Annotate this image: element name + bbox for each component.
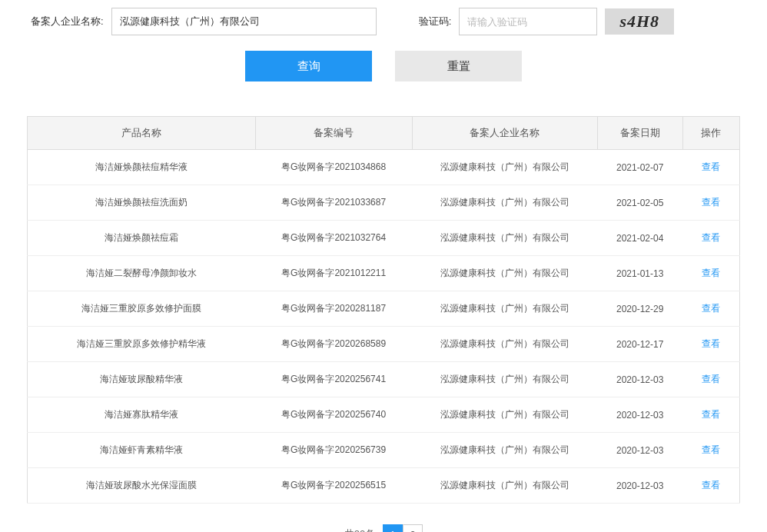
page-button-1[interactable]: 1 (383, 524, 403, 532)
header-date: 备案日期 (597, 117, 682, 150)
cell-company: 泓源健康科技（广州）有限公司 (412, 291, 597, 327)
captcha-image[interactable]: s4H8 (605, 8, 674, 35)
cell-product: 海洁娅玻尿酸水光保湿面膜 (28, 468, 256, 504)
pagination: 共20条 12 (0, 515, 767, 532)
view-link[interactable]: 查看 (702, 480, 720, 490)
cell-company: 泓源健康科技（广州）有限公司 (412, 221, 597, 256)
cell-company: 泓源健康科技（广州）有限公司 (412, 433, 597, 468)
view-link[interactable]: 查看 (702, 409, 720, 420)
cell-date: 2020-12-03 (597, 362, 682, 397)
results-table: 产品名称 备案编号 备案人企业名称 备案日期 操作 海洁娅焕颜祛痘精华液粤G妆网… (27, 116, 740, 504)
cell-date: 2020-12-03 (597, 468, 682, 504)
cell-number: 粤G妆网备字2020268589 (255, 327, 412, 362)
cell-number: 粤G妆网备字2020256515 (255, 468, 412, 504)
cell-action: 查看 (682, 256, 739, 291)
cell-action: 查看 (682, 433, 739, 468)
cell-number: 粤G妆网备字2020256741 (255, 362, 412, 397)
cell-date: 2020-12-03 (597, 397, 682, 433)
view-link[interactable]: 查看 (702, 197, 720, 208)
cell-action: 查看 (682, 221, 739, 256)
cell-date: 2021-02-05 (597, 185, 682, 221)
cell-action: 查看 (682, 362, 739, 397)
cell-product: 海洁娅寡肽精华液 (28, 397, 256, 433)
page-button-2[interactable]: 2 (403, 524, 423, 532)
company-input[interactable] (111, 8, 377, 35)
cell-date: 2020-12-29 (597, 291, 682, 327)
cell-action: 查看 (682, 150, 739, 185)
cell-company: 泓源健康科技（广州）有限公司 (412, 150, 597, 185)
table-row: 海洁娅焕颜祛痘精华液粤G妆网备字2021034868泓源健康科技（广州）有限公司… (28, 150, 740, 185)
cell-company: 泓源健康科技（广州）有限公司 (412, 256, 597, 291)
table-row: 海洁娅寡肽精华液粤G妆网备字2020256740泓源健康科技（广州）有限公司20… (28, 397, 740, 433)
cell-company: 泓源健康科技（广州）有限公司 (412, 185, 597, 221)
cell-date: 2021-02-04 (597, 221, 682, 256)
cell-product: 海洁娅玻尿酸精华液 (28, 362, 256, 397)
reset-button[interactable]: 重置 (395, 51, 522, 81)
header-action: 操作 (682, 117, 739, 150)
header-number: 备案编号 (255, 117, 412, 150)
cell-action: 查看 (682, 185, 739, 221)
cell-company: 泓源健康科技（广州）有限公司 (412, 397, 597, 433)
cell-product: 海洁娅焕颜祛痘霜 (28, 221, 256, 256)
view-link[interactable]: 查看 (702, 444, 720, 455)
cell-product: 海洁娅三重胶原多效修护面膜 (28, 291, 256, 327)
view-link[interactable]: 查看 (702, 374, 720, 384)
cell-number: 粤G妆网备字2020256740 (255, 397, 412, 433)
cell-action: 查看 (682, 291, 739, 327)
cell-company: 泓源健康科技（广州）有限公司 (412, 327, 597, 362)
view-link[interactable]: 查看 (702, 268, 720, 278)
cell-product: 海洁娅虾青素精华液 (28, 433, 256, 468)
header-product: 产品名称 (28, 117, 256, 150)
cell-company: 泓源健康科技（广州）有限公司 (412, 468, 597, 504)
table-row: 海洁娅虾青素精华液粤G妆网备字2020256739泓源健康科技（广州）有限公司2… (28, 433, 740, 468)
cell-date: 2020-12-17 (597, 327, 682, 362)
total-count: 共20条 (344, 527, 375, 532)
cell-action: 查看 (682, 327, 739, 362)
cell-date: 2021-01-13 (597, 256, 682, 291)
table-row: 海洁娅焕颜祛痘霜粤G妆网备字2021032764泓源健康科技（广州）有限公司20… (28, 221, 740, 256)
cell-product: 海洁娅焕颜祛痘精华液 (28, 150, 256, 185)
captcha-input[interactable] (459, 8, 597, 35)
view-link[interactable]: 查看 (702, 232, 720, 243)
table-row: 海洁娅焕颜祛痘洗面奶粤G妆网备字2021033687泓源健康科技（广州）有限公司… (28, 185, 740, 221)
table-row: 海洁娅玻尿酸水光保湿面膜粤G妆网备字2020256515泓源健康科技（广州）有限… (28, 468, 740, 504)
cell-action: 查看 (682, 397, 739, 433)
cell-date: 2021-02-07 (597, 150, 682, 185)
cell-product: 海洁娅焕颜祛痘洗面奶 (28, 185, 256, 221)
cell-number: 粤G妆网备字2021012211 (255, 256, 412, 291)
search-button[interactable]: 查询 (245, 51, 372, 81)
table-row: 海洁娅二裂酵母净颜卸妆水粤G妆网备字2021012211泓源健康科技（广州）有限… (28, 256, 740, 291)
cell-action: 查看 (682, 468, 739, 504)
cell-number: 粤G妆网备字2021034868 (255, 150, 412, 185)
cell-date: 2020-12-03 (597, 433, 682, 468)
cell-product: 海洁娅三重胶原多效修护精华液 (28, 327, 256, 362)
view-link[interactable]: 查看 (702, 303, 720, 314)
table-row: 海洁娅三重胶原多效修护精华液粤G妆网备字2020268589泓源健康科技（广州）… (28, 327, 740, 362)
captcha-label: 验证码: (419, 15, 452, 28)
cell-company: 泓源健康科技（广州）有限公司 (412, 362, 597, 397)
view-link[interactable]: 查看 (702, 161, 720, 172)
view-link[interactable]: 查看 (702, 338, 720, 349)
cell-number: 粤G妆网备字2021032764 (255, 221, 412, 256)
cell-number: 粤G妆网备字2021033687 (255, 185, 412, 221)
cell-product: 海洁娅二裂酵母净颜卸妆水 (28, 256, 256, 291)
cell-number: 粤G妆网备字2020256739 (255, 433, 412, 468)
table-row: 海洁娅三重胶原多效修护面膜粤G妆网备字2020281187泓源健康科技（广州）有… (28, 291, 740, 327)
header-company: 备案人企业名称 (412, 117, 597, 150)
table-row: 海洁娅玻尿酸精华液粤G妆网备字2020256741泓源健康科技（广州）有限公司2… (28, 362, 740, 397)
cell-number: 粤G妆网备字2020281187 (255, 291, 412, 327)
company-label: 备案人企业名称: (31, 15, 104, 28)
